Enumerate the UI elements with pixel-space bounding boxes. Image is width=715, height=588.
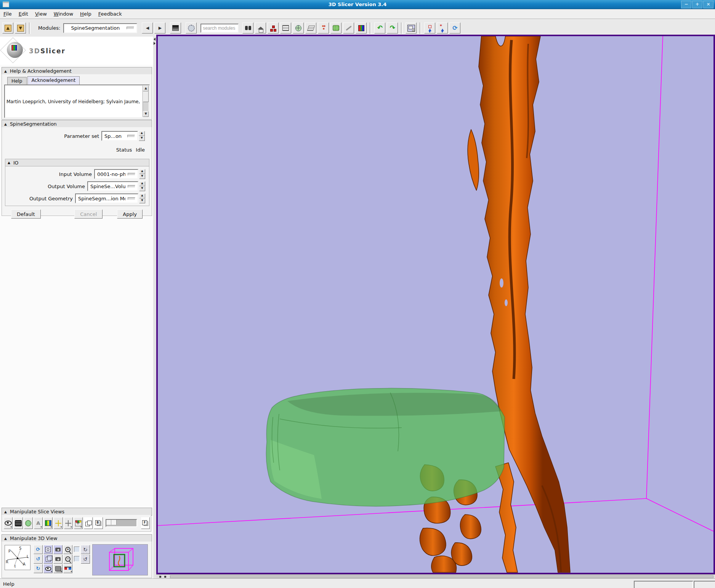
- menu-file[interactable]: File: [0, 10, 15, 18]
- roll-button[interactable]: ↻: [34, 564, 43, 573]
- perspective-button[interactable]: [43, 554, 53, 564]
- slice-annotations-button[interactable]: A ▾: [34, 517, 43, 529]
- undo-button[interactable]: ↶: [374, 22, 385, 34]
- slice-interpolation-button[interactable]: [24, 517, 33, 529]
- modules-combobox[interactable]: SpineSegmentation: [63, 23, 137, 33]
- redo-button[interactable]: ↷: [387, 22, 398, 34]
- spin-up-icon[interactable]: ▲: [139, 181, 145, 186]
- parameter-set-combobox[interactable]: Sp...on: [101, 131, 138, 141]
- module-section-header[interactable]: ▲ SpineSegmentation: [2, 120, 152, 128]
- hscroll-track[interactable]: [170, 575, 713, 578]
- viewport-3d[interactable]: [156, 35, 715, 574]
- navigation-preview[interactable]: [92, 544, 148, 575]
- menu-feedback[interactable]: Feedback: [95, 10, 125, 18]
- spin-up-icon[interactable]: ▲: [139, 169, 145, 174]
- io-section-header[interactable]: ▲ IO: [5, 159, 149, 166]
- minimize-button[interactable]: −: [681, 1, 691, 8]
- slice-crosshair-button[interactable]: ▾: [54, 517, 63, 529]
- add-fiducial-list-button[interactable]: *: [437, 22, 448, 34]
- scrollbar-thumb[interactable]: [143, 91, 149, 102]
- acknowledgement-textbox[interactable]: Martin Loepprich, University of Heidelbe…: [4, 85, 150, 118]
- slice-composite-button[interactable]: [14, 517, 22, 529]
- load-scene-button[interactable]: ▼: [15, 22, 26, 34]
- screenshot-button[interactable]: [53, 545, 63, 554]
- menu-view[interactable]: View: [32, 10, 50, 18]
- input-volume-combobox[interactable]: 0001-no-phi: [94, 169, 138, 179]
- 3d-scene[interactable]: [158, 36, 713, 573]
- pitch-button[interactable]: ⟳: [34, 545, 43, 554]
- maximize-button[interactable]: +: [692, 1, 702, 8]
- parameter-set-spinner[interactable]: ▲ ▼: [139, 131, 145, 141]
- zoom-out-button[interactable]: −: [63, 554, 72, 564]
- menu-window[interactable]: Window: [50, 10, 77, 18]
- help-section-header[interactable]: ▲ Help & Acknowledgement: [2, 67, 152, 75]
- zoom-in-button[interactable]: +: [63, 545, 72, 554]
- snapshot-button[interactable]: [53, 554, 63, 564]
- screen-capture-button[interactable]: ▾: [53, 564, 63, 573]
- scroll-up-icon[interactable]: ▲: [143, 86, 149, 91]
- view3d-visibility-button[interactable]: ▾: [43, 564, 53, 573]
- tab-help[interactable]: Help: [7, 77, 27, 85]
- rock-toggle-button[interactable]: ↺: [81, 554, 90, 564]
- scroll-down-icon[interactable]: ▼: [143, 111, 149, 117]
- center-view-button[interactable]: [43, 545, 53, 554]
- transforms-button[interactable]: [305, 22, 316, 34]
- stereo-button[interactable]: ▾: [63, 564, 72, 573]
- update-view-button[interactable]: ⟳: [449, 22, 460, 34]
- menu-edit[interactable]: Edit: [15, 10, 32, 18]
- slice-grid-button[interactable]: ▾: [64, 517, 73, 529]
- input-volume-spinner[interactable]: ▲ ▼: [139, 169, 145, 179]
- editor-button[interactable]: [330, 22, 341, 34]
- find-modules-button[interactable]: [242, 22, 253, 34]
- apply-button[interactable]: Apply: [117, 209, 143, 219]
- mrml-tree-button[interactable]: [268, 22, 279, 34]
- output-volume-spinner[interactable]: ▲ ▼: [139, 181, 145, 191]
- measurements-button[interactable]: [343, 22, 354, 34]
- foreground-layer-button[interactable]: F: [141, 517, 150, 529]
- spin-down-icon[interactable]: ▼: [139, 136, 145, 141]
- spin-enable-checkbox[interactable]: [74, 546, 80, 552]
- slider-thumb[interactable]: [106, 520, 117, 525]
- slice-spatial-units-button[interactable]: ▾: [74, 517, 83, 529]
- search-modules-input[interactable]: [200, 24, 239, 33]
- rock-enable-checkbox[interactable]: [74, 556, 80, 562]
- slice-label-opacity-button[interactable]: ▾: [44, 517, 53, 529]
- module-settings-button[interactable]: [186, 22, 197, 34]
- slice-intersections-button[interactable]: [293, 22, 304, 34]
- spin-toggle-button[interactable]: ↻: [81, 545, 90, 554]
- home-module-button[interactable]: [255, 22, 266, 34]
- close-button[interactable]: ×: [703, 1, 713, 8]
- data-table-button[interactable]: [280, 22, 291, 34]
- slice-views-section-header[interactable]: ▲ Manipulate Slice Views: [2, 508, 152, 516]
- default-button[interactable]: Default: [11, 209, 41, 219]
- orientation-axes-widget[interactable]: P S L R I A: [5, 545, 30, 570]
- output-geometry-combobox[interactable]: SpineSegm...ion Model: [75, 193, 138, 203]
- layer-opacity-slider[interactable]: [106, 519, 137, 527]
- output-volume-combobox[interactable]: SpineSe...Volume: [87, 181, 138, 191]
- history-forward-button[interactable]: ▶: [154, 22, 165, 34]
- slice-visibility-button[interactable]: ▾: [4, 517, 13, 529]
- background-layer-button[interactable]: B: [94, 517, 103, 529]
- expand-right-icon[interactable]: [154, 42, 156, 45]
- history-back-button[interactable]: ◀: [142, 22, 153, 34]
- yaw-button[interactable]: ↺: [34, 554, 43, 564]
- layout-selector-button[interactable]: [406, 22, 417, 34]
- acknowledgement-scrollbar[interactable]: ▲ ▼: [143, 86, 149, 117]
- spin-up-icon[interactable]: ▲: [139, 193, 145, 198]
- titlebar[interactable]: 3D Slicer Version 3.4 − + ×: [0, 0, 715, 9]
- spin-down-icon[interactable]: ▼: [139, 174, 145, 179]
- spin-down-icon[interactable]: ▼: [139, 186, 145, 191]
- compare-views-button[interactable]: [84, 517, 93, 529]
- tab-acknowledgement[interactable]: Acknowledgement: [27, 76, 80, 85]
- module-panel-button[interactable]: [170, 22, 181, 34]
- view3d-section-header[interactable]: ▲ Manipulate 3D View: [2, 534, 152, 542]
- output-geometry-spinner[interactable]: ▲ ▼: [139, 193, 145, 203]
- add-fiducial-button[interactable]: [424, 22, 435, 34]
- collapse-left-icon[interactable]: [154, 38, 156, 41]
- save-scene-button[interactable]: ▲: [2, 22, 13, 34]
- colors-button[interactable]: [356, 22, 367, 34]
- menu-help[interactable]: Help: [77, 10, 95, 18]
- spin-down-icon[interactable]: ▼: [139, 198, 145, 203]
- spin-up-icon[interactable]: ▲: [139, 131, 145, 136]
- fiducials-button[interactable]: ***: [318, 22, 329, 34]
